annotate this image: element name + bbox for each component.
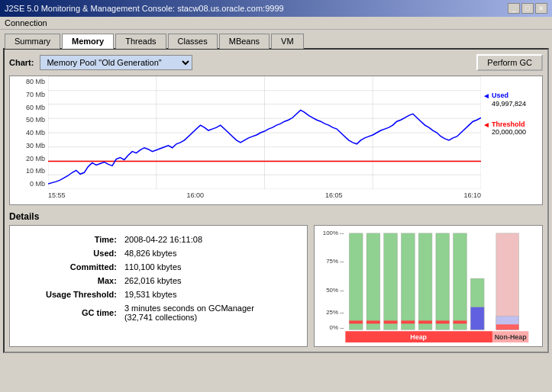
svg-text:75% --: 75% --	[326, 258, 344, 265]
svg-rect-26	[454, 233, 467, 329]
svg-rect-29	[349, 320, 363, 323]
legend-used: ◄ Used 49,997,824	[483, 92, 539, 108]
x-label-1555: 15:55	[48, 191, 66, 204]
svg-rect-32	[401, 320, 415, 323]
y-label-40: 40 Mb	[11, 129, 45, 137]
committed-row: Committed: 110,100 kbytes	[21, 261, 296, 273]
tab-mbeans[interactable]: MBeans	[219, 34, 270, 49]
title-bar-buttons: _ □ ✕	[508, 3, 547, 14]
x-label-1610: 16:10	[463, 191, 481, 204]
svg-text:50% --: 50% --	[326, 287, 344, 294]
used-row: Used: 48,826 kbytes	[21, 247, 296, 259]
max-label: Max:	[21, 275, 120, 287]
close-button[interactable]: ✕	[535, 3, 547, 14]
y-label-80: 80 Mb	[11, 78, 45, 85]
max-row: Max: 262,016 kbytes	[21, 275, 296, 287]
svg-rect-28	[470, 307, 484, 330]
window-title: J2SE 5.0 Monitoring & Management Console…	[5, 4, 284, 13]
used-label: Used:	[21, 247, 120, 259]
committed-label: Committed:	[21, 261, 120, 273]
details-table: Time: 2008-04-22 16:11:08 Used: 48,826 k…	[19, 232, 298, 325]
connection-menu[interactable]: Connection	[5, 18, 47, 27]
legend-threshold-text: Threshold 20,000,000	[492, 120, 526, 137]
svg-rect-21	[366, 233, 380, 329]
legend-threshold: ◄ Threshold 20,000,000	[483, 120, 539, 137]
tab-memory[interactable]: Memory	[62, 34, 114, 49]
menu-bar: Connection	[0, 17, 552, 30]
x-label-1600: 16:00	[186, 191, 204, 204]
x-axis: 15:55 16:00 16:05 16:10	[48, 189, 481, 204]
svg-rect-36	[496, 233, 519, 329]
svg-rect-22	[384, 233, 398, 329]
legend-used-text: Used 49,997,824	[492, 92, 526, 108]
svg-rect-38	[496, 324, 519, 329]
threshold-row: Usage Threshold: 19,531 kbytes	[21, 288, 296, 300]
time-value: 2008-04-22 16:11:08	[121, 233, 296, 246]
committed-value: 110,100 kbytes	[121, 261, 296, 273]
tabs-bar: Summary Memory Threads Classes MBeans VM	[0, 30, 552, 48]
svg-rect-23	[401, 233, 415, 329]
svg-text:25% --: 25% --	[326, 309, 344, 316]
gc-value: 3 minutes seconds on GCManager (32,741 c…	[121, 302, 296, 323]
svg-rect-33	[418, 320, 432, 323]
chart-area: 0 Mb 10 Mb 20 Mb 30 Mb 40 Mb 50 Mb 60 Mb…	[9, 76, 543, 205]
chart-legend: ◄ Used 49,997,824 ◄ Threshold 20,000,000	[483, 92, 539, 143]
svg-text:Non-Heap: Non-Heap	[495, 333, 527, 341]
threshold-label: Usage Threshold:	[21, 288, 120, 300]
bar-chart-box: 100% -- 75% -- 50% -- 25% -- 0% --	[314, 225, 543, 347]
used-value: 48,826 kbytes	[121, 247, 296, 259]
svg-rect-35	[454, 320, 467, 323]
y-axis: 0 Mb 10 Mb 20 Mb 30 Mb 40 Mb 50 Mb 60 Mb…	[10, 76, 48, 189]
y-label-0: 0 Mb	[11, 180, 45, 188]
y-label-10: 10 Mb	[11, 167, 45, 175]
max-value: 262,016 kbytes	[121, 275, 296, 287]
gc-row: GC time: 3 minutes seconds on GCManager …	[21, 302, 296, 323]
threshold-value: 19,531 kbytes	[121, 288, 296, 300]
minimize-button[interactable]: _	[508, 3, 520, 14]
tab-vm[interactable]: VM	[271, 34, 304, 49]
y-label-60: 60 Mb	[11, 104, 45, 111]
svg-rect-30	[366, 320, 380, 323]
chart-label: Chart:	[9, 58, 34, 67]
y-label-20: 20 Mb	[11, 155, 45, 162]
chart-pool-select[interactable]: Memory Pool "Old Generation"	[40, 55, 192, 70]
threshold-value: 20,000,000	[492, 128, 526, 136]
details-section: Time: 2008-04-22 16:11:08 Used: 48,826 k…	[9, 225, 543, 347]
title-bar: J2SE 5.0 Monitoring & Management Console…	[0, 0, 552, 17]
perform-gc-button[interactable]: Perform GC	[476, 54, 543, 71]
details-section-title: Details	[9, 211, 543, 222]
svg-rect-34	[436, 320, 450, 323]
y-label-70: 70 Mb	[11, 91, 45, 98]
threshold-arrow-icon: ◄	[483, 120, 490, 129]
svg-text:Heap: Heap	[410, 333, 427, 341]
tab-classes[interactable]: Classes	[168, 34, 218, 49]
used-arrow-icon: ◄	[483, 92, 490, 100]
tab-threads[interactable]: Threads	[115, 34, 166, 49]
time-label: Time:	[21, 233, 120, 246]
svg-rect-31	[384, 320, 398, 323]
details-box: Time: 2008-04-22 16:11:08 Used: 48,826 k…	[9, 225, 308, 347]
used-value: 49,997,824	[492, 100, 526, 108]
svg-text:100% --: 100% --	[323, 230, 344, 236]
time-row: Time: 2008-04-22 16:11:08	[21, 233, 296, 246]
svg-text:0% --: 0% --	[330, 324, 344, 331]
x-label-1605: 16:05	[325, 191, 343, 204]
main-content: Chart: Memory Pool "Old Generation" Perf…	[3, 48, 549, 353]
tab-summary[interactable]: Summary	[5, 34, 60, 49]
svg-rect-24	[418, 233, 432, 329]
chart-plot	[48, 76, 481, 189]
y-label-50: 50 Mb	[11, 116, 45, 124]
maximize-button[interactable]: □	[521, 3, 534, 14]
chart-controls-row: Chart: Memory Pool "Old Generation" Perf…	[9, 54, 543, 71]
svg-rect-25	[436, 233, 450, 329]
y-label-30: 30 Mb	[11, 142, 45, 149]
svg-rect-20	[349, 233, 363, 329]
gc-label: GC time:	[21, 302, 120, 323]
